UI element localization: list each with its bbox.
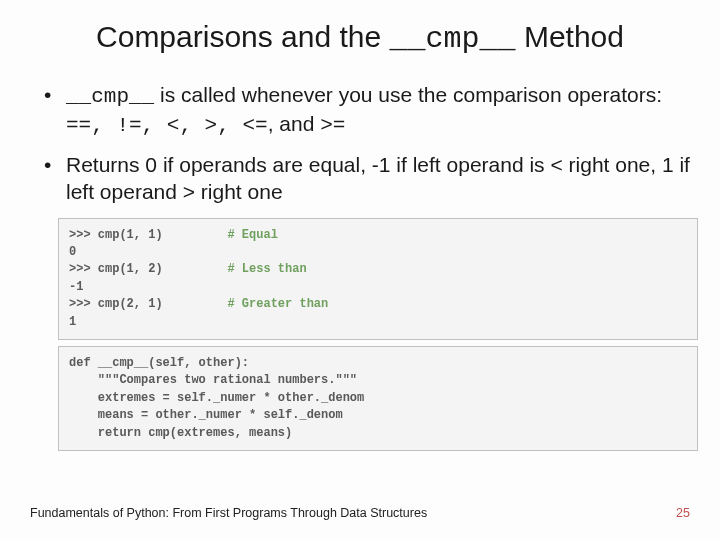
code-line: -1 — [69, 279, 687, 296]
slide: Comparisons and the __cmp__ Method __cmp… — [0, 0, 720, 540]
bullet-1-ops: ==, !=, <, >, <= — [66, 114, 268, 137]
page-number: 25 — [676, 506, 690, 520]
code-comment: # Greater than — [227, 297, 328, 311]
code-text: >>> cmp(1, 2) — [69, 262, 163, 276]
code-text: >>> cmp(2, 1) — [69, 297, 163, 311]
code-line: 1 — [69, 314, 687, 331]
code-line: >>> cmp(1, 2) # Less than — [69, 261, 687, 278]
code-box-1: >>> cmp(1, 1) # Equal 0 >>> cmp(1, 2) # … — [58, 218, 698, 340]
title-code: __cmp__ — [390, 22, 516, 56]
code-text: >>> cmp(1, 1) — [69, 228, 163, 242]
code-line: return cmp(extremes, means) — [69, 425, 687, 442]
footer: Fundamentals of Python: From First Progr… — [30, 506, 690, 520]
bullet-1-and: , and — [268, 112, 321, 135]
title-text-1: Comparisons and the — [96, 20, 390, 53]
bullet-1: __cmp__ is called whenever you use the c… — [40, 81, 690, 140]
title-text-2: Method — [516, 20, 624, 53]
code-line: def __cmp__(self, other): — [69, 355, 687, 372]
footer-text: Fundamentals of Python: From First Progr… — [30, 506, 427, 520]
code-line: >>> cmp(1, 1) # Equal — [69, 227, 687, 244]
code-line: """Compares two rational numbers.""" — [69, 372, 687, 389]
bullet-1-text: is called whenever you use the compariso… — [154, 83, 662, 106]
bullet-2-text: Returns 0 if operands are equal, -1 if l… — [66, 153, 690, 203]
code-box-2: def __cmp__(self, other): """Compares tw… — [58, 346, 698, 451]
code-comment: # Equal — [227, 228, 277, 242]
code-comment: # Less than — [227, 262, 306, 276]
code-line: means = other._numer * self._denom — [69, 407, 687, 424]
code-line: extremes = self._numer * other._denom — [69, 390, 687, 407]
bullet-list: __cmp__ is called whenever you use the c… — [30, 81, 690, 206]
bullet-1-lastop: >= — [320, 114, 345, 137]
code-area: >>> cmp(1, 1) # Equal 0 >>> cmp(1, 2) # … — [58, 218, 698, 451]
slide-title: Comparisons and the __cmp__ Method — [80, 18, 641, 59]
code-line: >>> cmp(2, 1) # Greater than — [69, 296, 687, 313]
bullet-1-code: __cmp__ — [66, 85, 154, 108]
bullet-2: Returns 0 if operands are equal, -1 if l… — [40, 151, 690, 206]
code-line: 0 — [69, 244, 687, 261]
